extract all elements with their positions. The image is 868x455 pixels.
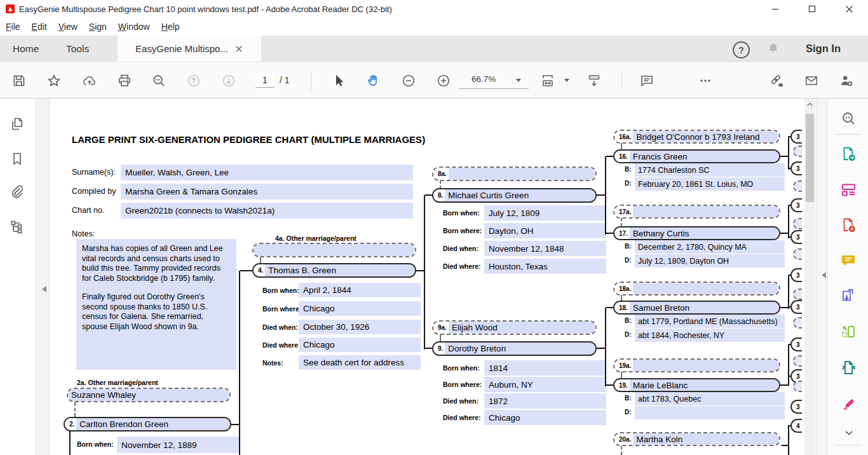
person-16-died-field[interactable]: February 20, 1861 St. Loius, MO	[635, 177, 785, 191]
more-tools-chevron-icon[interactable]	[840, 424, 857, 441]
menu-edit[interactable]: Edit	[32, 22, 47, 32]
zoom-dropdown-caret-icon[interactable]	[516, 79, 521, 82]
compiled-by-field[interactable]: Marsha Green & Tamara Gonzales	[121, 184, 413, 200]
vertical-scrollbar[interactable]	[804, 98, 815, 455]
person-18a-box[interactable]: 18a.	[613, 282, 780, 295]
add-account-icon[interactable]	[839, 73, 854, 88]
menu-sign[interactable]: Sign	[89, 22, 107, 32]
person-8-died-when-field[interactable]: November 12, 1848	[484, 241, 606, 256]
tab-close-icon[interactable]	[236, 46, 242, 52]
person-17-born-field[interactable]: December 2, 1780, Quincy MA	[635, 240, 785, 254]
edge-person-stub[interactable]: 3	[790, 400, 802, 414]
person-16a-box[interactable]: 16a.Bridget O'Connor b 1793 Ireland	[613, 130, 780, 144]
person-8-box[interactable]: 8.Michael Curtis Green	[432, 188, 597, 203]
person-16-box[interactable]: 16.Francis Green	[613, 149, 780, 163]
person-4-born-where-field[interactable]: Chicago	[299, 301, 421, 316]
edge-person-stub-dashed[interactable]	[793, 218, 802, 229]
share-link-icon[interactable]	[769, 73, 784, 88]
sign-in-button[interactable]: Sign In	[806, 36, 841, 62]
person-9-box[interactable]: 9.Dorothy Breton	[432, 341, 597, 356]
layers-tree-icon[interactable]	[9, 219, 25, 235]
person-9-died-where-field[interactable]: Chicago	[484, 410, 606, 425]
combine-files-icon[interactable]	[840, 288, 857, 305]
menu-file[interactable]: File	[6, 22, 20, 32]
edge-person-stub[interactable]: 4	[790, 419, 802, 433]
person-8-died-where-field[interactable]: Houston, Texas	[484, 259, 606, 274]
fill-sign-icon[interactable]	[840, 395, 857, 412]
page-display-icon[interactable]	[587, 73, 602, 88]
print-icon[interactable]	[117, 73, 132, 88]
edit-pdf-icon[interactable]	[840, 181, 857, 198]
notifications-bell-icon[interactable]	[766, 41, 781, 57]
attachments-icon[interactable]	[9, 184, 25, 200]
fit-width-icon[interactable]	[540, 73, 555, 88]
menu-window[interactable]: Window	[118, 22, 150, 32]
edge-person-stub[interactable]: 3	[790, 161, 802, 175]
more-tools-icon[interactable]	[698, 73, 713, 88]
person-2-box[interactable]: 2.Carlton Brendon Green	[64, 417, 231, 431]
save-icon[interactable]	[11, 73, 27, 88]
edge-person-stub[interactable]: 3	[790, 268, 802, 282]
minimize-button[interactable]	[757, 0, 793, 18]
organize-pages-icon[interactable]	[840, 323, 857, 341]
scroll-up-icon[interactable]	[806, 101, 813, 108]
person-19a-box[interactable]: 19a.	[613, 358, 780, 372]
tab-tools[interactable]: Tools	[66, 36, 89, 62]
star-icon[interactable]	[46, 73, 62, 88]
edge-person-stub[interactable]: 3	[790, 198, 802, 212]
person-8-born-when-field[interactable]: July 12, 1809	[484, 205, 606, 221]
person-2a-box[interactable]: Suzanne Whaley	[67, 388, 231, 402]
left-panel-collapse-strip[interactable]	[36, 98, 50, 455]
person-16-born-field[interactable]: 1774 Charleston SC	[635, 163, 785, 177]
maximize-button[interactable]	[794, 0, 830, 18]
person-17-box[interactable]: 17.Bethany Curtis	[613, 226, 780, 240]
scrollbar-thumb[interactable]	[806, 114, 814, 202]
person-9a-box[interactable]: 9a.Elijah Wood	[432, 320, 597, 335]
help-icon[interactable]: ?	[733, 41, 750, 58]
menu-help[interactable]: Help	[161, 22, 180, 32]
hand-tool-icon[interactable]	[366, 73, 381, 88]
upload-cloud-icon[interactable]	[82, 73, 97, 88]
person-18-born-field[interactable]: abt 1779, Portland ME (Massachusetts)	[635, 315, 785, 328]
menu-view[interactable]: View	[58, 22, 78, 32]
tab-home[interactable]: Home	[13, 36, 39, 62]
edge-person-stub-dashed[interactable]	[793, 180, 802, 192]
person-19-died-field[interactable]	[635, 406, 785, 419]
person-4-died-where-field[interactable]: Chicago	[299, 337, 421, 352]
edge-person-stub[interactable]: 3	[790, 337, 802, 351]
person-4-box[interactable]: 4.Thomas B. Green	[252, 263, 416, 278]
edge-person-stub-dashed[interactable]	[793, 355, 802, 367]
notes-field[interactable]: Marsha has copies of all Green and Lee v…	[76, 239, 236, 370]
edge-person-stub-dashed[interactable]	[793, 381, 802, 392]
person-2-born-when-field[interactable]: November 12, 1889	[117, 437, 239, 453]
person-18-box[interactable]: 18.Samuel Breton	[613, 301, 780, 315]
edge-person-stub-dashed[interactable]	[793, 317, 802, 329]
export-pdf-icon[interactable]	[840, 146, 857, 163]
collapse-left-panel-icon[interactable]	[39, 286, 46, 292]
search-icon[interactable]	[151, 73, 166, 88]
edge-person-stub-dashed[interactable]	[793, 289, 802, 300]
person-8-born-where-field[interactable]: Dayton, OH	[484, 223, 606, 238]
comment-tool-icon[interactable]	[840, 252, 857, 269]
edge-person-stub-dashed[interactable]	[793, 146, 802, 157]
person-18-died-field[interactable]: abt 1844, Rochester, NY	[635, 329, 785, 342]
person-8a-box[interactable]: 8a.	[432, 166, 597, 181]
previous-page-icon[interactable]	[186, 73, 201, 88]
next-page-icon[interactable]	[221, 73, 236, 88]
surnames-field[interactable]: Mueller, Walsh, Green, Lee	[121, 165, 413, 180]
edge-person-stub[interactable]: 3	[790, 130, 802, 144]
person-4a-box[interactable]	[252, 243, 416, 257]
person-9-born-when-field[interactable]: 1814	[484, 360, 606, 376]
zoom-in-icon[interactable]	[436, 73, 451, 88]
collapse-right-panel-icon[interactable]	[818, 272, 826, 278]
select-tool-icon[interactable]	[331, 73, 346, 88]
fit-dropdown-caret-icon[interactable]	[564, 79, 569, 82]
person-19-box[interactable]: 19.Marie LeBlanc	[613, 378, 780, 392]
edge-person-stub-dashed[interactable]	[793, 248, 802, 260]
right-panel-collapse-strip[interactable]	[816, 98, 827, 455]
tab-document[interactable]: EasyGenie Multispo...	[118, 36, 261, 62]
compress-pdf-icon[interactable]	[840, 359, 857, 376]
email-icon[interactable]	[804, 73, 819, 88]
chart-no-field[interactable]: Green2021b (connects to Walsh2021a)	[121, 203, 413, 219]
person-19-born-field[interactable]: abt 1783, Quebec	[635, 392, 785, 405]
